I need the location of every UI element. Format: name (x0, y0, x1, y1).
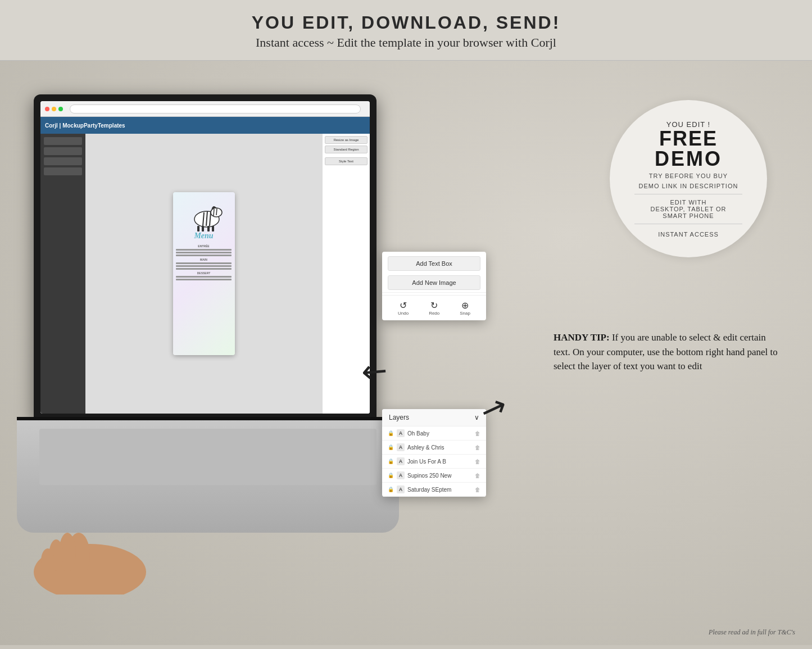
hand-area (28, 505, 152, 594)
panel-standard-region[interactable]: Standard Region (325, 146, 368, 153)
svg-rect-6 (202, 226, 204, 232)
sidebar-item-2 (44, 147, 82, 155)
layer-lock-icon: 🔒 (388, 430, 394, 436)
svg-line-9 (214, 209, 214, 216)
layer-item-2[interactable]: 🔒 A Join Us For A B 🗑 (382, 455, 486, 469)
corjl-editor: Corjl | MockupPartyTemplates (40, 117, 370, 414)
layer-name: Oh Baby (407, 430, 472, 437)
layers-list: 🔒 A Oh Baby 🗑 🔒 A Ashley & Chris 🗑 🔒 A J… (382, 426, 486, 497)
layer-name: Ashley & Chris (407, 444, 472, 451)
svg-rect-5 (197, 226, 199, 232)
layer-delete-icon[interactable]: 🗑 (475, 487, 480, 493)
layer-type-icon: A (397, 429, 405, 437)
layer-delete-icon[interactable]: 🗑 (475, 473, 480, 479)
layer-item-3[interactable]: 🔒 A Supinos 250 New 🗑 (382, 469, 486, 483)
top-banner: YOU EDIT, DOWNLOAD, SEND! Instant access… (0, 0, 812, 61)
layer-item-0[interactable]: 🔒 A Oh Baby 🗑 (382, 426, 486, 441)
snap-button[interactable]: ⊕ Snap (460, 300, 470, 316)
layer-lock-icon: 🔒 (388, 459, 394, 464)
handy-tip-section: HANDY TIP: If you are unable to select &… (554, 330, 778, 374)
laptop-screen: Corjl | MockupPartyTemplates (40, 101, 370, 414)
zebra-illustration (187, 198, 221, 229)
sidebar-item-1 (44, 137, 82, 145)
layer-delete-icon[interactable]: 🗑 (475, 444, 480, 451)
laptop-mockup: Corjl | MockupPartyTemplates (17, 94, 399, 555)
snap-icon: ⊕ (461, 300, 469, 311)
menu-dessert-section: DESSERT (176, 271, 232, 275)
redo-icon: ↻ (430, 300, 438, 311)
menu-line-7 (176, 276, 232, 278)
corjl-header: Corjl | MockupPartyTemplates (40, 117, 370, 134)
banner-title: YOU EDIT, DOWNLOAD, SEND! (0, 12, 812, 33)
menu-line-3 (176, 255, 232, 256)
menu-line-5 (176, 265, 232, 267)
floating-corjl-panel: Add Text Box Add New Image ↺ Undo ↻ Redo… (382, 252, 486, 320)
handy-tip-label: HANDY TIP: (554, 332, 610, 343)
layer-type-icon: A (397, 443, 405, 451)
layers-title: Layers (389, 414, 409, 421)
svg-line-10 (216, 208, 217, 215)
menu-text-lines: ENTRÉE MAIN DESSERT (176, 243, 232, 282)
sidebar-item-3 (44, 157, 82, 165)
browser-bar (40, 101, 370, 117)
demo-smartphone: SMART PHONE (663, 212, 714, 219)
demo-platforms: DESKTOP, TABLET OR (651, 206, 727, 212)
keyboard-inner (39, 429, 376, 485)
layer-type-icon: A (397, 485, 405, 493)
panel-resize-as-image[interactable]: Resize as Image (325, 136, 368, 144)
snap-label: Snap (460, 311, 470, 316)
layer-lock-icon: 🔒 (388, 444, 394, 450)
layer-item-4[interactable]: 🔒 A Saturday SEptem 🗑 (382, 483, 486, 497)
footer-text: Please read ad in full for T&C's (709, 628, 795, 637)
corjl-content: Menu ENTRÉE MAIN (40, 134, 370, 414)
layers-panel: Layers ∨ 🔒 A Oh Baby 🗑 🔒 A Ashley & Chri… (382, 409, 486, 497)
menu-line-2 (176, 252, 232, 253)
undo-label: Undo (398, 311, 409, 316)
demo-try-before: TRY BEFORE YOU BUY (649, 173, 728, 179)
sidebar-item-4 (44, 167, 82, 175)
layer-item-1[interactable]: 🔒 A Ashley & Chris 🗑 (382, 441, 486, 455)
layer-type-icon: A (397, 457, 405, 465)
browser-url-bar[interactable] (70, 105, 361, 114)
menu-line-4 (176, 262, 232, 264)
corjl-editor-sidebar (40, 134, 85, 414)
layer-name: Saturday SEptem (407, 487, 472, 493)
main-area: Corjl | MockupPartyTemplates (0, 61, 812, 645)
laptop-screen-frame: Corjl | MockupPartyTemplates (34, 94, 376, 420)
layer-delete-icon[interactable]: 🗑 (475, 430, 480, 437)
browser-close-dot (45, 107, 49, 111)
svg-rect-8 (212, 226, 214, 232)
demo-divider-2 (634, 224, 742, 224)
redo-button[interactable]: ↻ Redo (429, 300, 439, 316)
demo-link: DEMO LINK IN DESCRIPTION (639, 183, 738, 189)
corjl-logo: Corjl | MockupPartyTemplates (45, 122, 125, 129)
layer-type-icon: A (397, 471, 405, 479)
menu-line-6 (176, 268, 232, 270)
add-text-box-button[interactable]: Add Text Box (388, 256, 480, 271)
layer-lock-icon: 🔒 (388, 473, 394, 478)
menu-entree-section: ENTRÉE (176, 244, 232, 248)
menu-title-preview: Menu (194, 232, 213, 240)
menu-card-preview: Menu ENTRÉE MAIN (173, 192, 235, 355)
demo-free: FREE (659, 129, 718, 149)
svg-point-15 (41, 548, 55, 573)
undo-button[interactable]: ↺ Undo (398, 300, 409, 316)
demo-divider-1 (634, 194, 742, 194)
browser-minimize-dot (52, 107, 56, 111)
layer-delete-icon[interactable]: 🗑 (475, 459, 480, 465)
banner-subtitle: Instant access ~ Edit the template in yo… (0, 35, 812, 50)
demo-demo: DEMO (655, 149, 722, 169)
fp-icons-row: ↺ Undo ↻ Redo ⊕ Snap (382, 295, 486, 320)
layer-name: Join Us For A B (407, 459, 472, 465)
handy-tip-text: HANDY TIP: If you are unable to select &… (554, 330, 778, 374)
hand-svg (28, 505, 152, 594)
menu-line-8 (176, 279, 232, 280)
add-new-image-button[interactable]: Add New Image (388, 275, 480, 290)
demo-instant-access: INSTANT ACCESS (658, 231, 719, 238)
undo-icon: ↺ (400, 300, 407, 311)
browser-maximize-dot (58, 107, 63, 111)
zebra-svg (187, 198, 226, 232)
content-layer: Corjl | MockupPartyTemplates (0, 61, 812, 645)
svg-rect-7 (207, 226, 210, 232)
panel-style-text[interactable]: Style Text (325, 157, 368, 165)
